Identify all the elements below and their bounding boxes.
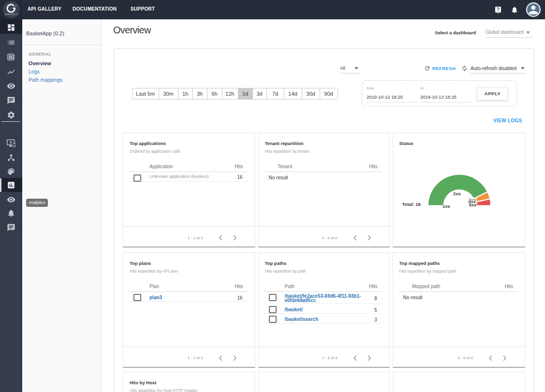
svg-text:GRAVITEE.IO: GRAVITEE.IO — [4, 13, 18, 15]
svg-text:2xx: 2xx — [453, 191, 461, 196]
svg-text:1xx: 1xx — [442, 203, 451, 209]
svg-text:5xx: 5xx — [469, 202, 477, 207]
svg-text:Total: 16: Total: 16 — [402, 202, 420, 207]
